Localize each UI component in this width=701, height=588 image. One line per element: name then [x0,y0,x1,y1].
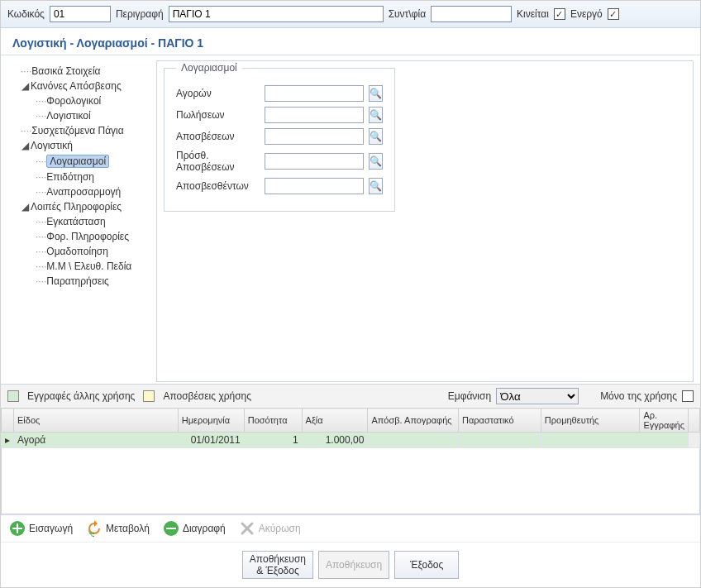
abbr-label: Συντ\φία [389,8,426,20]
legend-swatch-other-year [7,390,19,402]
cell-doc[interactable] [459,433,541,448]
tree-readjust[interactable]: ····Αναπροσαρμογή [9,184,148,199]
extra-depr-input[interactable] [265,153,364,170]
grid-row[interactable]: ▸ Αγορά 01/01/2011 1 1.000,00 [2,433,700,448]
svg-rect-4 [166,528,176,529]
cell-qty[interactable]: 1 [244,433,302,448]
accum-depr-label: Αποσβεσθέντων [176,180,260,192]
detail-panel: Λογαριασμοί Αγορών 🔍 Πωλήσεων 🔍 Αποσβέσε… [156,60,694,382]
depr-lookup[interactable]: 🔍 [369,128,383,145]
tree-install[interactable]: ····Εγκατάσταση [9,214,148,229]
grid-empty-area [1,448,700,514]
header-bar: Κωδικός Περιγραφή Συντ\φία Κινείται ✓ Εν… [1,1,700,28]
tree-grouping[interactable]: ····Ομαδοποίηση [9,244,148,259]
purchases-input[interactable] [265,85,364,102]
search-icon: 🔍 [370,109,382,121]
plus-icon [9,520,26,537]
cancel-label: Ακύρωση [259,523,301,534]
exit-button[interactable]: Έξοδος [394,551,459,579]
code-label: Κωδικός [7,8,45,20]
col-supplier[interactable]: Προμηθευτής [541,409,640,433]
grid-legend-bar: Εγγραφές άλλης χρήσης Αποσβέσεις χρήσης … [1,385,700,408]
cell-supplier[interactable] [541,433,640,448]
cancel-button: Ακύρωση [239,520,301,537]
accum-depr-input[interactable] [265,178,364,194]
tree-taxinfo[interactable]: ····Φορ. Πληροφορίες [9,229,148,244]
accum-depr-lookup[interactable]: 🔍 [369,178,383,194]
tree-deprules-tax[interactable]: ····Φορολογικοί [9,93,148,108]
cell-entry-no[interactable] [640,433,689,448]
legend-other-year: Εγγραφές άλλης χρήσης [27,390,135,402]
tree-accounts[interactable]: ····Λογαριασμοί [9,153,148,170]
row-indicator-header [2,409,14,433]
code-input[interactable] [50,6,111,22]
tree-freefields[interactable]: ····Μ.Μ \ Ελευθ. Πεδία [9,259,148,274]
svg-rect-2 [12,528,22,529]
breadcrumb: Λογιστική - Λογαριασμοί - ΠΑΓΙΟ 1 [1,28,700,55]
desc-label: Περιγραφή [116,8,164,20]
search-icon: 🔍 [370,88,382,99]
col-inv-depr[interactable]: Απόσβ. Απογραφής [368,409,459,433]
row-indicator-icon: ▸ [2,433,14,448]
delete-label: Διαγραφή [183,523,226,534]
search-icon: 🔍 [370,155,382,167]
tree-subsidy[interactable]: ····Επιδότηση [9,170,148,184]
sales-lookup[interactable]: 🔍 [369,107,383,123]
view-label: Εμφάνιση [448,390,491,402]
minus-icon [163,520,179,537]
sales-label: Πωλήσεων [176,109,260,121]
footer-bar: Αποθήκευση & Έξοδος Αποθήκευση Έξοδος [1,542,700,587]
cell-value[interactable]: 1.000,00 [302,433,368,448]
active-checkbox[interactable]: ✓ [608,8,619,20]
tree-deprules-acc[interactable]: ····Λογιστικοί [9,108,148,123]
moves-label: Κινείται [517,8,549,20]
depr-label: Αποσβέσεων [176,131,260,142]
grid-scrollbar[interactable] [688,433,699,448]
abbr-input[interactable] [431,6,512,22]
extra-depr-label: Πρόσθ. Αποσβέσεων [176,150,260,173]
legend-year-depr: Αποσβέσεις χρήσης [163,390,251,402]
col-doc[interactable]: Παραστατικό [459,409,541,433]
grid-scrollbar[interactable] [688,409,699,433]
cell-date[interactable]: 01/01/2011 [178,433,244,448]
tree-accounting[interactable]: ◢Λογιστική [9,138,148,153]
col-entry-no[interactable]: Αρ. Εγγραφής [640,409,689,433]
col-qty[interactable]: Ποσότητα [244,409,302,433]
only-year-label: Μόνο της χρήσης [600,390,677,402]
refresh-icon [86,520,103,537]
insert-label: Εισαγωγή [29,523,73,534]
search-icon: 🔍 [370,180,382,192]
only-year-checkbox[interactable] [682,390,694,402]
cell-type[interactable]: Αγορά [14,433,179,448]
search-icon: 🔍 [370,131,382,142]
cancel-icon [239,520,255,537]
save-exit-button[interactable]: Αποθήκευση & Έξοδος [242,551,313,579]
insert-button[interactable]: Εισαγωγή [9,520,73,537]
grid-toolbar: Εισαγωγή Μεταβολή Διαγραφή Ακύρωση [1,514,700,542]
desc-input[interactable] [169,6,384,22]
tree-notes[interactable]: ····Παρατηρήσεις [9,274,148,289]
moves-checkbox[interactable]: ✓ [554,8,565,20]
edit-label: Μεταβολή [106,523,150,534]
tree-basic[interactable]: ····Βασικά Στοιχεία [9,64,148,79]
sales-input[interactable] [265,107,364,123]
nav-tree: ····Βασικά Στοιχεία ◢Κανόνες Απόσβεσης ·… [7,60,150,382]
tree-deprules[interactable]: ◢Κανόνες Απόσβεσης [9,79,148,93]
legend-swatch-year-depr [143,390,155,402]
delete-button[interactable]: Διαγραφή [163,520,226,537]
tree-related[interactable]: ····Συσχετιζόμενα Πάγια [9,123,148,138]
view-select[interactable]: Όλα [496,388,579,404]
purchases-lookup[interactable]: 🔍 [369,85,383,102]
col-value[interactable]: Αξία [302,409,368,433]
purchases-label: Αγορών [176,88,260,99]
cell-inv-depr[interactable] [368,433,459,448]
col-type[interactable]: Είδος [14,409,179,433]
col-date[interactable]: Ημερομηνία [178,409,244,433]
entries-grid[interactable]: Είδος Ημερομηνία Ποσότητα Αξία Απόσβ. Απ… [1,408,700,448]
active-label: Ενεργό [570,8,603,20]
edit-button[interactable]: Μεταβολή [86,520,150,537]
tree-otherinfo[interactable]: ◢Λοιπές Πληροφορίες [9,199,148,214]
depr-input[interactable] [265,128,364,145]
accounts-fieldset: Λογαριασμοί Αγορών 🔍 Πωλήσεων 🔍 Αποσβέσε… [164,68,395,212]
extra-depr-lookup[interactable]: 🔍 [369,153,383,170]
